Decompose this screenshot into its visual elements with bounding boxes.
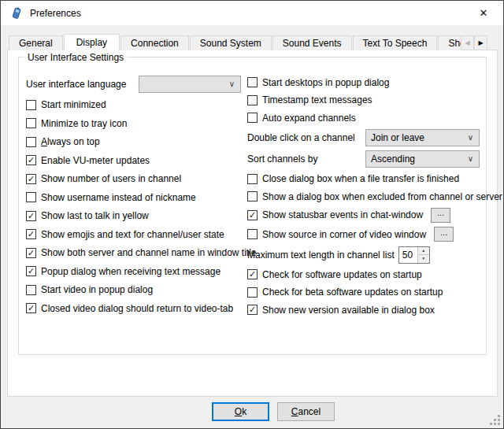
tab-sound-events[interactable]: Sound Events [272, 35, 352, 50]
checkbox-label: Timestamp text messages [262, 94, 372, 105]
resize-grip[interactable] [490, 415, 500, 425]
checkbox[interactable]: ✓ [26, 155, 36, 165]
right-checkbox-list-mid: Close dialog box when a file transfer is… [247, 172, 482, 242]
tab-connection[interactable]: Connection [120, 35, 189, 50]
checkbox-row: ✓Check for software updates on startup [247, 268, 482, 281]
tab-display[interactable]: Display [64, 34, 120, 50]
checkbox[interactable]: ✓ [26, 229, 36, 239]
close-icon[interactable]: ✕ [470, 1, 497, 24]
tab-scroll-left-icon[interactable]: ◀ [461, 35, 474, 50]
checkbox-label: Close dialog box when a file transfer is… [262, 173, 459, 184]
checkbox-row: ✓Show statusbar events in chat-window... [247, 208, 482, 223]
checkbox[interactable] [26, 285, 36, 295]
checkbox[interactable]: ✓ [26, 248, 36, 258]
double-click-value: Join or leave [371, 132, 424, 143]
checkbox-row: Minimize to tray icon [26, 116, 240, 130]
checkbox-label: Check for software updates on startup [262, 269, 422, 280]
max-text-length-label: Maximum text length in channel list [247, 250, 395, 261]
checkbox[interactable] [26, 137, 36, 147]
checkbox-row: Check for beta software updates on start… [247, 286, 482, 299]
checkbox[interactable] [26, 192, 36, 202]
checkbox-row: ✓Show number of users in channel [26, 172, 240, 186]
checkbox-row: Auto expand channels [247, 111, 482, 124]
checkbox[interactable] [247, 287, 258, 298]
tab-text-to-speech[interactable]: Text To Speech [353, 35, 438, 50]
checkbox[interactable]: ✓ [26, 266, 36, 276]
language-label: User interface language [26, 79, 139, 90]
ok-button[interactable]: Ok [212, 402, 269, 421]
left-checkbox-list: Start minimizedMinimize to tray iconAlwa… [26, 98, 240, 316]
checkbox-row: Always on top [26, 135, 240, 149]
tab-sound-system[interactable]: Sound System [190, 35, 272, 50]
checkbox-label: Show username instead of nickname [41, 192, 196, 203]
checkbox[interactable]: ✓ [247, 305, 258, 315]
checkbox-row: Close dialog box when a file transfer is… [247, 172, 482, 186]
checkbox[interactable] [247, 113, 258, 123]
checkbox[interactable]: ✓ [26, 174, 36, 184]
tab-scroller: ◀ ▶ [461, 35, 487, 50]
checkbox-row: Timestamp text messages [247, 94, 482, 107]
checkbox[interactable] [26, 100, 36, 110]
left-column: User interface language ∨ Start minimize… [26, 76, 240, 315]
checkbox-label: Closed video dialog should return to vid… [41, 303, 233, 314]
sort-channels-row: Sort channels by Ascending ∨ [247, 150, 482, 168]
checkbox[interactable] [247, 95, 258, 105]
language-combobox[interactable]: ∨ [139, 76, 241, 93]
checkbox-label: Show a dialog box when excluded from cha… [262, 191, 502, 202]
checkbox[interactable]: ✓ [26, 303, 36, 313]
checkbox-label: Always on top [41, 136, 100, 147]
checkbox-row: ✓Show both server and channel name in wi… [26, 246, 240, 260]
spin-down-icon[interactable]: ▼ [418, 255, 429, 263]
checkbox-row: ✓Popup dialog when receiving text messag… [26, 264, 240, 278]
spinner-buttons: ▲ ▼ [417, 247, 429, 263]
checkbox-row: Start desktops in popup dialog [247, 76, 482, 89]
double-click-label: Double click on a channel [247, 132, 365, 143]
checkbox-row: ✓Show last to talk in yellow [26, 209, 240, 223]
double-click-combobox[interactable]: Join or leave ∨ [365, 129, 480, 146]
tab-scroll-right-icon[interactable]: ▶ [474, 35, 487, 50]
checkbox[interactable]: ✓ [247, 269, 258, 279]
checkbox-label: Popup dialog when receiving text message [41, 266, 220, 277]
checkbox-label: Show source in corner of video window [262, 229, 426, 240]
more-options-button[interactable]: ... [431, 208, 450, 223]
checkbox-row: Show source in corner of video window... [247, 227, 482, 242]
checkbox[interactable] [26, 118, 36, 128]
checkbox-label: Show emojis and text for channel/user st… [41, 229, 224, 240]
tab-general[interactable]: General [9, 35, 63, 50]
checkbox-row: Start video in popup dialog [26, 283, 240, 297]
checkbox-row: ✓Enable VU-meter updates [26, 153, 240, 167]
app-icon [10, 7, 23, 20]
checkbox-row: Show username instead of nickname [26, 190, 240, 204]
checkbox-label: Show number of users in channel [41, 173, 181, 184]
checkbox-row: Start minimized [26, 98, 240, 112]
spin-up-icon[interactable]: ▲ [418, 247, 429, 256]
preferences-dialog: Preferences ✕ GeneralDisplayConnectionSo… [0, 0, 504, 429]
checkbox[interactable] [247, 229, 258, 239]
checkbox[interactable] [247, 174, 258, 184]
checkbox[interactable]: ✓ [26, 211, 36, 221]
chevron-down-icon: ∨ [468, 154, 473, 163]
cancel-button[interactable]: Cancel [277, 402, 335, 421]
checkbox-label: Enable VU-meter updates [41, 155, 150, 166]
sort-channels-label: Sort channels by [247, 153, 365, 165]
right-column: Start desktops in popup dialogTimestamp … [247, 76, 482, 316]
checkbox-label: Show statusbar events in chat-window [262, 209, 423, 220]
checkbox-label: Show new version available in dialog box [262, 305, 435, 316]
checkbox[interactable]: ✓ [247, 210, 258, 220]
language-row: User interface language ∨ [26, 76, 240, 93]
more-options-button[interactable]: ... [434, 227, 454, 242]
max-text-length-spinner[interactable]: 50 ▲ ▼ [398, 246, 430, 264]
checkbox-label: Start video in popup dialog [41, 284, 153, 295]
checkbox-label: Start minimized [41, 99, 106, 110]
chevron-down-icon: ∨ [229, 80, 235, 88]
sort-channels-combobox[interactable]: Ascending ∨ [365, 150, 480, 168]
checkbox[interactable] [247, 77, 258, 87]
sort-channels-value: Ascending [371, 153, 415, 165]
checkbox[interactable] [247, 191, 258, 202]
window-title: Preferences [30, 8, 81, 19]
tab-bar: GeneralDisplayConnectionSound SystemSoun… [9, 34, 487, 50]
checkbox-row: ✓Closed video dialog should return to vi… [26, 301, 240, 315]
checkbox-label: Show last to talk in yellow [41, 210, 149, 221]
right-checkbox-list-top: Start desktops in popup dialogTimestamp … [247, 76, 482, 124]
checkbox-row: Show a dialog box when excluded from cha… [247, 190, 482, 203]
